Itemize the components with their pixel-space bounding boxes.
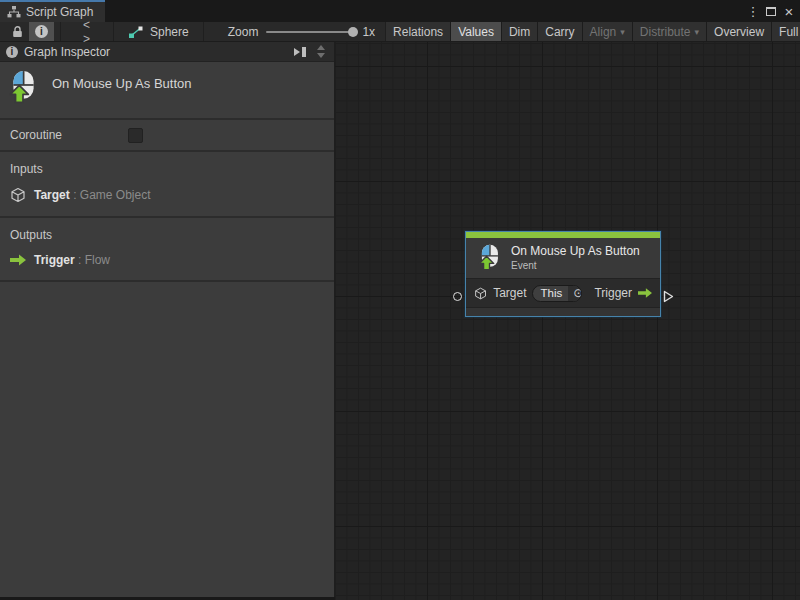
target-port-label: Target	[493, 286, 526, 300]
node-title: On Mouse Up As Button	[511, 244, 640, 258]
toolbar-button-relations[interactable]: Relations	[386, 22, 451, 41]
flow-arrow-icon	[10, 254, 26, 266]
zoom-slider[interactable]	[266, 31, 354, 33]
node-ports-row: Target This ⊙ Trigger	[466, 278, 660, 307]
zoom-group: Zoom 1x	[204, 22, 386, 41]
chevron-down-icon: ▾	[695, 27, 700, 37]
chevron-down-icon: ▾	[620, 27, 625, 37]
coroutine-row: Coroutine	[0, 120, 334, 152]
toolbar-button-distribute: Distribute▾	[633, 22, 707, 41]
window-close-icon[interactable]: ×	[782, 3, 796, 20]
input-type: : Game Object	[73, 188, 150, 202]
input-name: Target	[34, 188, 70, 202]
inputs-header: Inputs	[0, 160, 334, 184]
outputs-header: Outputs	[0, 226, 334, 250]
graph-hierarchy-icon	[7, 6, 21, 18]
zoom-value: 1x	[362, 25, 375, 39]
unit-title: On Mouse Up As Button	[52, 76, 191, 91]
self-target-icon: ⊙	[568, 286, 582, 301]
lock-icon	[12, 25, 23, 38]
scrub-down-icon[interactable]	[317, 53, 325, 58]
node-subtitle: Event	[511, 260, 640, 271]
output-connection-port[interactable]	[663, 290, 674, 303]
window-controls: ⋮ ×	[746, 0, 796, 22]
input-connection-port[interactable]	[453, 292, 462, 301]
trigger-port-label: Trigger	[594, 286, 632, 300]
graph-inspector-header: i Graph Inspector	[0, 42, 334, 62]
graph-canvas[interactable]: On Mouse Up As Button Event Target This …	[335, 42, 800, 600]
script-graph-window: Script Graph ⋮ × i < >	[0, 0, 800, 600]
graph-owner-label[interactable]: Sphere	[150, 25, 189, 39]
unit-title-section: On Mouse Up As Button	[0, 62, 334, 120]
mouse-up-icon	[6, 70, 40, 104]
target-value-pill[interactable]: This ⊙	[532, 285, 582, 302]
toolbar-button-values[interactable]: Values	[451, 22, 502, 41]
toolbar-button-fullscreen[interactable]: Full Screen	[772, 22, 800, 41]
graph-inspector-title: Graph Inspector	[24, 45, 110, 59]
window-maximize-icon[interactable]	[766, 7, 776, 16]
zoom-label: Zoom	[228, 25, 259, 39]
graph-toolbar: i < > Sphere Zoom 1x Relations Values Di…	[0, 22, 800, 42]
lock-group: i	[0, 22, 61, 41]
lock-button[interactable]	[6, 22, 29, 41]
panel-scrubber[interactable]	[314, 43, 328, 60]
input-row-target: Target : Game Object	[0, 184, 334, 206]
window-content: i Graph Inspector	[0, 42, 800, 600]
node-header[interactable]: On Mouse Up As Button Event	[466, 238, 660, 278]
event-node-on-mouse-up-as-button[interactable]: On Mouse Up As Button Event Target This …	[465, 231, 661, 317]
toolbar-button-carry[interactable]: Carry	[538, 22, 582, 41]
toolbar-button-overview[interactable]: Overview	[707, 22, 772, 41]
coroutine-label: Coroutine	[10, 128, 128, 142]
target-value: This	[533, 286, 568, 301]
toolbar-button-align: Align▾	[583, 22, 633, 41]
node-footer	[466, 307, 660, 316]
info-icon: i	[6, 46, 18, 58]
code-group: < >	[61, 22, 114, 41]
outputs-section: Outputs Trigger : Flow	[0, 218, 334, 282]
graph-owner-group: Sphere	[114, 22, 204, 41]
mouse-up-icon	[476, 244, 503, 271]
inspector-toggle-button[interactable]: i	[29, 22, 54, 41]
window-menu-icon[interactable]: ⋮	[746, 4, 760, 19]
tab-bar: Script Graph ⋮ ×	[0, 0, 800, 22]
game-object-cube-icon	[10, 187, 26, 203]
toolbar-button-dim[interactable]: Dim	[502, 22, 538, 41]
flow-arrow-icon	[638, 287, 652, 299]
scrub-up-icon[interactable]	[317, 45, 325, 50]
graph-asset-icon	[128, 25, 144, 39]
graph-inspector-panel: i Graph Inspector	[0, 42, 335, 597]
zoom-slider-handle[interactable]	[348, 27, 358, 37]
inputs-section: Inputs Target : Game Object	[0, 152, 334, 218]
info-icon: i	[35, 25, 48, 38]
output-type: : Flow	[78, 253, 110, 267]
toolbar-buttons: Relations Values Dim Carry Align▾ Distri…	[386, 22, 800, 41]
coroutine-checkbox[interactable]	[128, 128, 143, 143]
output-row-trigger: Trigger : Flow	[0, 250, 334, 270]
game-object-cube-icon	[474, 286, 487, 301]
dock-panel-icon[interactable]	[292, 46, 308, 58]
output-name: Trigger	[34, 253, 75, 267]
